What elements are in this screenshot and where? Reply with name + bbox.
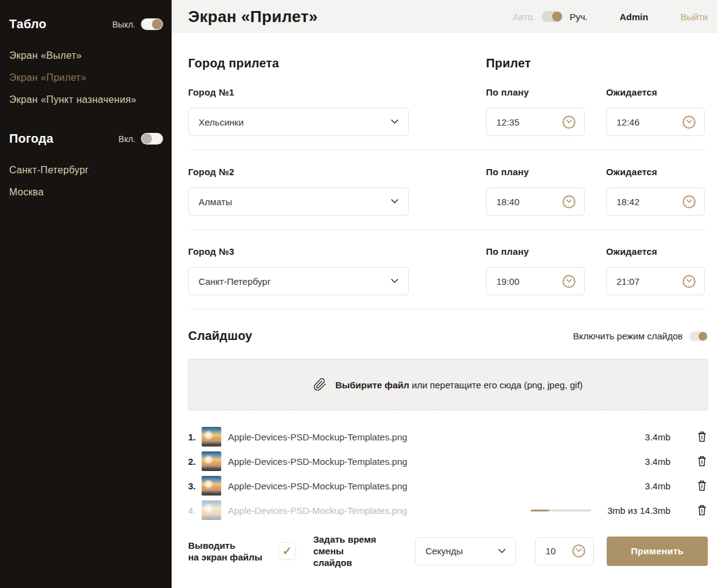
file-row-4-uploading: 4. Apple-Devices-PSD-Mockup-Templates.pn… (188, 498, 708, 522)
weather-toggle-label: Вкл. (118, 134, 135, 144)
user-name: Admin (620, 12, 648, 22)
toggle-knob (142, 134, 152, 144)
sidebar-section-weather: Погода Вкл. Санкт-Петербург Москва (9, 132, 163, 203)
sidebar-item-saint-petersburg[interactable]: Санкт-Петербург (9, 159, 163, 181)
clock-icon[interactable] (561, 115, 577, 130)
sidebar-section-tablo: Табло Выкл. Экран «Вылет» Экран «Прилет»… (9, 17, 163, 111)
upload-progress-text: 3mb из 14.3mb (607, 505, 670, 516)
trash-icon (697, 456, 707, 467)
city-3-expected-input[interactable] (616, 276, 672, 287)
page-title: Экран «Прилет» (188, 7, 317, 26)
city-2-scheduled-input[interactable] (496, 197, 552, 207)
city-1-select[interactable]: Хельсинки (188, 108, 409, 136)
interval-unit-select[interactable]: Секунды (415, 537, 516, 565)
sidebar-section-title-tablo: Табло (9, 17, 47, 31)
weather-toggle[interactable] (141, 133, 163, 145)
apply-button[interactable]: Применить (607, 537, 708, 566)
sidebar-item-destination-screen[interactable]: Экран «Пункт назначения» (9, 89, 163, 111)
upload-hint-bold: Выбирите файл (335, 380, 409, 390)
city-2-expected-field (606, 187, 705, 216)
city-2-select[interactable]: Алматы (188, 187, 409, 216)
sidebar-section-title-weather: Погода (9, 132, 53, 146)
output-files-checkbox[interactable]: ✓ (278, 542, 296, 560)
city-1-label: Город №1 (188, 87, 234, 97)
interval-value-input[interactable] (545, 546, 565, 556)
file-name: Apple-Devices-PSD-Mockup-Templates.png (228, 432, 645, 442)
city-3-scheduled-field (486, 267, 585, 295)
toggle-knob (152, 19, 162, 29)
city-row-3: Город №3 По плану Ожидается Санкт-Петерб… (188, 230, 708, 309)
file-dropzone[interactable]: Выбирите файл или перетащите его сюда (p… (188, 359, 708, 410)
clock-icon[interactable] (681, 274, 697, 289)
expected-label: Ожидается (606, 246, 658, 257)
clock-icon[interactable] (561, 194, 577, 209)
section-title-slideshow: Слайдшоу (188, 329, 252, 343)
toggle-knob (552, 12, 562, 21)
upload-hint-rest: или перетащите его сюда (png, jpeg, gif) (409, 380, 583, 390)
chevron-down-icon (391, 199, 398, 204)
city-2-expected-input[interactable] (616, 197, 672, 207)
clock-icon[interactable] (561, 274, 577, 289)
file-list: 1. Apple-Devices-PSD-Mockup-Templates.pn… (188, 424, 708, 522)
tablo-toggle-label: Выкл. (112, 20, 135, 29)
auto-mode-label: Авто. (513, 12, 536, 22)
clock-icon[interactable] (681, 194, 697, 209)
slideshow-toggle-label: Включить режим слайдов (573, 331, 683, 341)
file-size: 3.4mb (645, 456, 670, 467)
sidebar-item-arrival-screen[interactable]: Экран «Прилет» (9, 67, 163, 89)
file-thumbnail (202, 476, 221, 496)
clock-icon[interactable] (571, 543, 586, 559)
expected-label: Ожидается (606, 167, 658, 177)
file-row-2: 2. Apple-Devices-PSD-Mockup-Templates.pn… (188, 449, 708, 473)
city-2-label: Город №2 (188, 167, 234, 177)
delete-file-button[interactable] (696, 430, 708, 443)
trash-icon (697, 480, 707, 491)
city-3-expected-field (606, 267, 705, 295)
city-row-2: Город №2 По плану Ожидается Алматы (188, 150, 708, 230)
interval-value-field (535, 537, 594, 565)
section-title-arrival-city: Город прилета (188, 56, 279, 70)
trash-icon (697, 431, 707, 442)
scheduled-label: По плану (486, 87, 529, 97)
clock-icon[interactable] (681, 115, 697, 130)
scheduled-label: По плану (486, 246, 529, 257)
section-title-arrival: Прилет (486, 56, 531, 70)
sidebar-item-moscow[interactable]: Москва (9, 181, 163, 203)
sidebar: Табло Выкл. Экран «Вылет» Экран «Прилет»… (0, 0, 172, 588)
file-thumbnail (202, 427, 221, 447)
tablo-toggle[interactable] (141, 18, 163, 30)
main-area: Экран «Прилет» Авто. Руч. Admin Выйти Го… (172, 0, 717, 588)
file-row-1: 1. Apple-Devices-PSD-Mockup-Templates.pn… (188, 424, 708, 449)
file-size: 3.4mb (645, 432, 670, 442)
file-size: 3.4mb (645, 481, 670, 491)
chevron-down-icon (391, 279, 398, 284)
delete-file-button[interactable] (696, 454, 708, 468)
slideshow-mode-toggle[interactable] (689, 331, 708, 341)
cancel-upload-button[interactable] (696, 503, 708, 517)
city-1-scheduled-input[interactable] (496, 117, 552, 127)
city-2-scheduled-field (486, 187, 585, 216)
city-row-1: Город №1 По плану Ожидается Хельсинки (188, 70, 708, 150)
slideshow-controls: Выводить на экран файлы ✓ Задать время с… (188, 533, 708, 588)
auto-manual-toggle[interactable] (542, 11, 563, 22)
delete-file-button[interactable] (696, 479, 708, 492)
upload-progress-bar (531, 510, 591, 511)
file-index: 3. (188, 481, 202, 491)
trash-icon (697, 505, 707, 516)
city-3-select[interactable]: Санкт-Петербург (188, 267, 409, 295)
logout-link[interactable]: Выйти (681, 12, 708, 22)
file-index: 4. (188, 505, 202, 516)
city-1-scheduled-field (486, 108, 585, 136)
city-3-scheduled-input[interactable] (496, 276, 552, 287)
file-thumbnail (202, 451, 221, 471)
file-name: Apple-Devices-PSD-Mockup-Templates.png (228, 505, 531, 516)
scheduled-label: По плану (486, 167, 529, 177)
city-3-label: Город №3 (188, 246, 234, 257)
expected-label: Ожидается (606, 87, 658, 97)
content: Город прилета Прилет Город №1 По плану О… (172, 33, 717, 588)
file-index: 2. (188, 456, 202, 467)
chevron-down-icon (498, 549, 506, 554)
city-1-expected-input[interactable] (616, 117, 672, 127)
upload-progress-fill (531, 510, 548, 511)
sidebar-item-departure-screen[interactable]: Экран «Вылет» (9, 45, 163, 67)
